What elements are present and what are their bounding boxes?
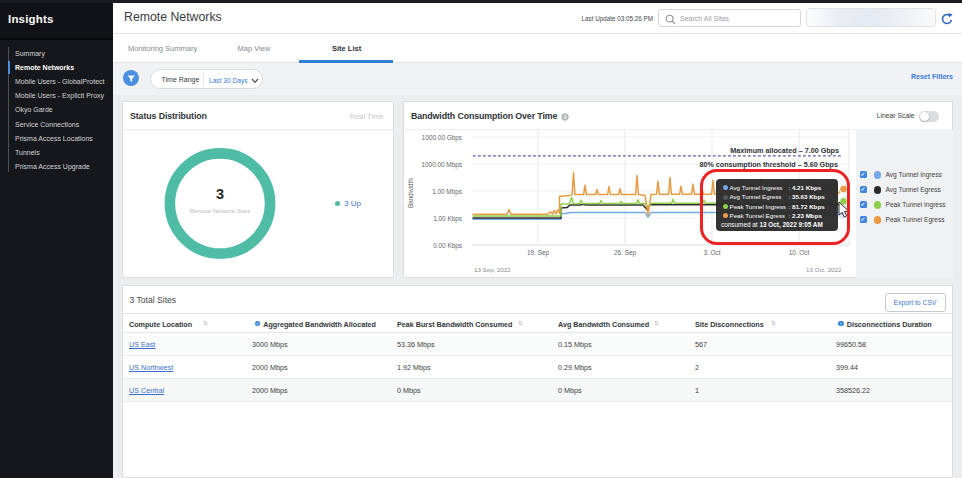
svg-text:i: i — [564, 113, 566, 120]
